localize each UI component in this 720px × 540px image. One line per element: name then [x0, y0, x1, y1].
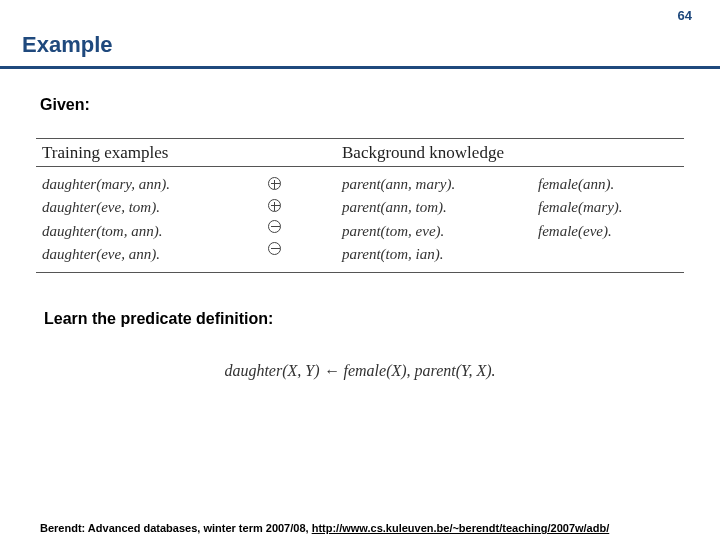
plus-icon	[268, 177, 281, 190]
minus-icon	[268, 220, 281, 233]
bg-item: female(mary).	[538, 196, 678, 219]
minus-icon	[268, 242, 281, 255]
background-column-1: parent(ann, mary). parent(ann, tom). par…	[342, 173, 538, 266]
table-body: daughter(mary, ann). daughter(eve, tom).…	[36, 167, 684, 272]
label-column	[268, 173, 342, 266]
label-plus	[268, 195, 342, 217]
bg-item: female(eve).	[538, 220, 678, 243]
title-rule	[0, 66, 720, 69]
bg-item: parent(ann, tom).	[342, 196, 538, 219]
label-plus	[268, 173, 342, 195]
training-column: daughter(mary, ann). daughter(eve, tom).…	[42, 173, 268, 266]
label-minus	[268, 216, 342, 238]
bg-item: parent(tom, eve).	[342, 220, 538, 243]
slide-title: Example	[22, 32, 113, 58]
footer-text: Berendt: Advanced databases, winter term…	[40, 522, 312, 534]
plus-icon	[268, 199, 281, 212]
training-item: daughter(eve, tom).	[42, 196, 268, 219]
page-number: 64	[678, 8, 692, 23]
header-background: Background knowledge	[342, 143, 678, 163]
given-label: Given:	[40, 96, 90, 114]
learn-label: Learn the predicate definition:	[44, 310, 273, 328]
example-table: Training examples Background knowledge d…	[36, 138, 684, 273]
predicate-definition: daughter(X, Y) ← female(X), parent(Y, X)…	[0, 362, 720, 380]
header-training: Training examples	[42, 143, 342, 163]
table-rule-bottom	[36, 272, 684, 273]
footer-link[interactable]: http://www.cs.kuleuven.be/~berendt/teach…	[312, 522, 610, 534]
background-column-2: female(ann). female(mary). female(eve).	[538, 173, 678, 266]
bg-item: parent(tom, ian).	[342, 243, 538, 266]
table-header-row: Training examples Background knowledge	[36, 139, 684, 166]
training-item: daughter(eve, ann).	[42, 243, 268, 266]
label-minus	[268, 238, 342, 260]
bg-item: parent(ann, mary).	[342, 173, 538, 196]
footer: Berendt: Advanced databases, winter term…	[40, 522, 700, 534]
training-item: daughter(tom, ann).	[42, 220, 268, 243]
training-item: daughter(mary, ann).	[42, 173, 268, 196]
bg-item: female(ann).	[538, 173, 678, 196]
